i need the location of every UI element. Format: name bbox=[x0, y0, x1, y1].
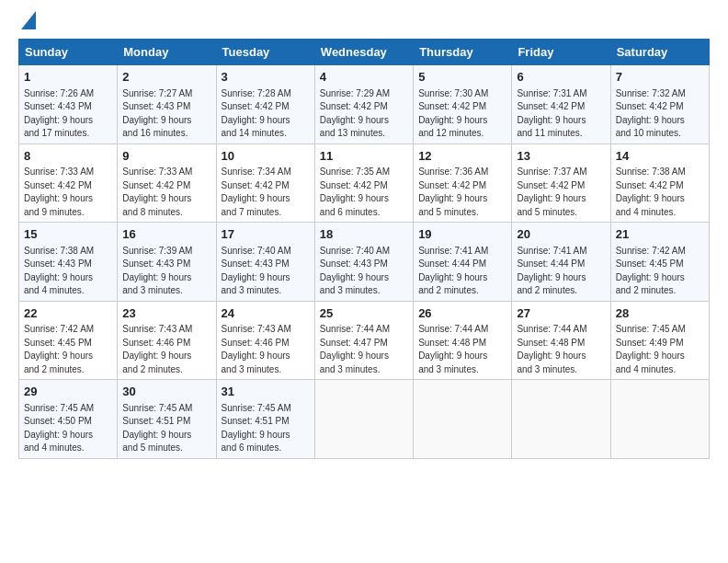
week-row-1: 1Sunrise: 7:26 AM Sunset: 4:43 PM Daylig… bbox=[19, 65, 710, 144]
col-header-sunday: Sunday bbox=[19, 40, 118, 65]
header bbox=[18, 15, 710, 29]
calendar-cell: 20Sunrise: 7:41 AM Sunset: 4:44 PM Dayli… bbox=[512, 223, 610, 302]
calendar-cell: 29Sunrise: 7:45 AM Sunset: 4:50 PM Dayli… bbox=[19, 380, 118, 459]
day-number: 17 bbox=[222, 226, 310, 243]
calendar-cell: 7Sunrise: 7:32 AM Sunset: 4:42 PM Daylig… bbox=[610, 65, 709, 144]
calendar-cell: 19Sunrise: 7:41 AM Sunset: 4:44 PM Dayli… bbox=[414, 223, 512, 302]
day-info: Sunrise: 7:33 AM Sunset: 4:42 PM Dayligh… bbox=[122, 167, 192, 217]
calendar-cell bbox=[512, 380, 610, 459]
day-info: Sunrise: 7:45 AM Sunset: 4:51 PM Dayligh… bbox=[222, 403, 291, 454]
day-number: 11 bbox=[320, 148, 408, 165]
calendar-table: SundayMondayTuesdayWednesdayThursdayFrid… bbox=[18, 39, 710, 459]
day-number: 13 bbox=[517, 148, 605, 165]
day-info: Sunrise: 7:45 AM Sunset: 4:49 PM Dayligh… bbox=[616, 324, 686, 374]
calendar-cell: 21Sunrise: 7:42 AM Sunset: 4:45 PM Dayli… bbox=[610, 223, 709, 302]
day-info: Sunrise: 7:37 AM Sunset: 4:42 PM Dayligh… bbox=[517, 167, 586, 217]
day-number: 31 bbox=[222, 384, 310, 400]
day-info: Sunrise: 7:40 AM Sunset: 4:43 PM Dayligh… bbox=[320, 246, 390, 296]
calendar-cell: 8Sunrise: 7:33 AM Sunset: 4:42 PM Daylig… bbox=[19, 144, 118, 223]
day-number: 23 bbox=[122, 305, 210, 322]
day-info: Sunrise: 7:42 AM Sunset: 4:45 PM Dayligh… bbox=[616, 246, 686, 296]
calendar-cell: 13Sunrise: 7:37 AM Sunset: 4:42 PM Dayli… bbox=[512, 144, 610, 223]
day-number: 24 bbox=[222, 305, 310, 322]
col-header-friday: Friday bbox=[512, 40, 610, 65]
day-info: Sunrise: 7:44 AM Sunset: 4:47 PM Dayligh… bbox=[320, 324, 390, 374]
day-info: Sunrise: 7:43 AM Sunset: 4:46 PM Dayligh… bbox=[122, 324, 192, 374]
calendar-cell: 16Sunrise: 7:39 AM Sunset: 4:43 PM Dayli… bbox=[118, 223, 216, 302]
day-info: Sunrise: 7:40 AM Sunset: 4:43 PM Dayligh… bbox=[222, 246, 291, 296]
day-info: Sunrise: 7:41 AM Sunset: 4:44 PM Dayligh… bbox=[517, 246, 586, 296]
day-number: 7 bbox=[616, 69, 704, 86]
day-number: 27 bbox=[517, 305, 605, 322]
logo bbox=[18, 15, 36, 29]
calendar-cell: 25Sunrise: 7:44 AM Sunset: 4:47 PM Dayli… bbox=[314, 301, 413, 380]
day-number: 26 bbox=[418, 305, 506, 322]
calendar-cell: 18Sunrise: 7:40 AM Sunset: 4:43 PM Dayli… bbox=[314, 223, 413, 302]
logo-triangle-icon bbox=[21, 11, 36, 29]
week-row-4: 22Sunrise: 7:42 AM Sunset: 4:45 PM Dayli… bbox=[19, 301, 710, 380]
day-info: Sunrise: 7:43 AM Sunset: 4:46 PM Dayligh… bbox=[222, 324, 291, 374]
calendar-cell: 22Sunrise: 7:42 AM Sunset: 4:45 PM Dayli… bbox=[19, 301, 118, 380]
calendar-cell: 9Sunrise: 7:33 AM Sunset: 4:42 PM Daylig… bbox=[118, 144, 216, 223]
day-info: Sunrise: 7:45 AM Sunset: 4:50 PM Dayligh… bbox=[24, 403, 94, 454]
day-info: Sunrise: 7:41 AM Sunset: 4:44 PM Dayligh… bbox=[418, 246, 488, 296]
day-number: 6 bbox=[517, 69, 605, 86]
calendar-cell bbox=[610, 380, 709, 459]
col-header-monday: Monday bbox=[118, 40, 216, 65]
day-info: Sunrise: 7:27 AM Sunset: 4:43 PM Dayligh… bbox=[122, 88, 192, 139]
svg-marker-0 bbox=[21, 11, 36, 29]
day-number: 21 bbox=[616, 226, 704, 243]
calendar-cell: 6Sunrise: 7:31 AM Sunset: 4:42 PM Daylig… bbox=[512, 65, 610, 144]
calendar-cell bbox=[414, 380, 512, 459]
day-number: 14 bbox=[616, 148, 704, 165]
calendar-cell: 27Sunrise: 7:44 AM Sunset: 4:48 PM Dayli… bbox=[512, 301, 610, 380]
day-info: Sunrise: 7:36 AM Sunset: 4:42 PM Dayligh… bbox=[418, 167, 488, 217]
col-header-thursday: Thursday bbox=[414, 40, 512, 65]
week-row-2: 8Sunrise: 7:33 AM Sunset: 4:42 PM Daylig… bbox=[19, 144, 710, 223]
day-info: Sunrise: 7:28 AM Sunset: 4:42 PM Dayligh… bbox=[222, 88, 291, 139]
calendar-cell: 15Sunrise: 7:38 AM Sunset: 4:43 PM Dayli… bbox=[19, 223, 118, 302]
day-number: 18 bbox=[320, 226, 408, 243]
calendar-cell: 23Sunrise: 7:43 AM Sunset: 4:46 PM Dayli… bbox=[118, 301, 216, 380]
calendar-cell: 30Sunrise: 7:45 AM Sunset: 4:51 PM Dayli… bbox=[118, 380, 216, 459]
day-info: Sunrise: 7:29 AM Sunset: 4:42 PM Dayligh… bbox=[320, 88, 390, 139]
day-number: 30 bbox=[122, 384, 210, 400]
day-info: Sunrise: 7:39 AM Sunset: 4:43 PM Dayligh… bbox=[122, 246, 192, 296]
day-number: 5 bbox=[418, 69, 506, 86]
day-number: 29 bbox=[24, 384, 112, 400]
day-number: 9 bbox=[122, 148, 210, 165]
calendar-cell: 3Sunrise: 7:28 AM Sunset: 4:42 PM Daylig… bbox=[216, 65, 314, 144]
day-number: 2 bbox=[122, 69, 210, 86]
day-number: 12 bbox=[418, 148, 506, 165]
day-info: Sunrise: 7:31 AM Sunset: 4:42 PM Dayligh… bbox=[517, 88, 586, 139]
calendar-cell: 10Sunrise: 7:34 AM Sunset: 4:42 PM Dayli… bbox=[216, 144, 314, 223]
calendar-cell: 31Sunrise: 7:45 AM Sunset: 4:51 PM Dayli… bbox=[216, 380, 314, 459]
day-number: 20 bbox=[517, 226, 605, 243]
week-row-5: 29Sunrise: 7:45 AM Sunset: 4:50 PM Dayli… bbox=[19, 380, 710, 459]
day-number: 19 bbox=[418, 226, 506, 243]
calendar-header: SundayMondayTuesdayWednesdayThursdayFrid… bbox=[19, 40, 710, 65]
calendar-cell: 1Sunrise: 7:26 AM Sunset: 4:43 PM Daylig… bbox=[19, 65, 118, 144]
day-number: 10 bbox=[222, 148, 310, 165]
day-info: Sunrise: 7:32 AM Sunset: 4:42 PM Dayligh… bbox=[616, 88, 686, 139]
day-info: Sunrise: 7:30 AM Sunset: 4:42 PM Dayligh… bbox=[418, 88, 488, 139]
calendar-cell: 5Sunrise: 7:30 AM Sunset: 4:42 PM Daylig… bbox=[414, 65, 512, 144]
day-number: 1 bbox=[24, 69, 112, 86]
day-info: Sunrise: 7:34 AM Sunset: 4:42 PM Dayligh… bbox=[222, 167, 291, 217]
calendar-cell: 11Sunrise: 7:35 AM Sunset: 4:42 PM Dayli… bbox=[314, 144, 413, 223]
calendar-cell: 2Sunrise: 7:27 AM Sunset: 4:43 PM Daylig… bbox=[118, 65, 216, 144]
day-number: 15 bbox=[24, 226, 112, 243]
page: SundayMondayTuesdayWednesdayThursdayFrid… bbox=[0, 0, 728, 468]
day-number: 3 bbox=[222, 69, 310, 86]
day-info: Sunrise: 7:42 AM Sunset: 4:45 PM Dayligh… bbox=[24, 324, 94, 374]
calendar-cell: 24Sunrise: 7:43 AM Sunset: 4:46 PM Dayli… bbox=[216, 301, 314, 380]
day-info: Sunrise: 7:38 AM Sunset: 4:43 PM Dayligh… bbox=[24, 246, 94, 296]
calendar-cell: 4Sunrise: 7:29 AM Sunset: 4:42 PM Daylig… bbox=[314, 65, 413, 144]
calendar-cell: 28Sunrise: 7:45 AM Sunset: 4:49 PM Dayli… bbox=[610, 301, 709, 380]
col-header-wednesday: Wednesday bbox=[314, 40, 413, 65]
calendar-cell: 17Sunrise: 7:40 AM Sunset: 4:43 PM Dayli… bbox=[216, 223, 314, 302]
day-info: Sunrise: 7:44 AM Sunset: 4:48 PM Dayligh… bbox=[517, 324, 586, 374]
day-info: Sunrise: 7:26 AM Sunset: 4:43 PM Dayligh… bbox=[24, 88, 94, 139]
col-header-saturday: Saturday bbox=[610, 40, 709, 65]
day-info: Sunrise: 7:45 AM Sunset: 4:51 PM Dayligh… bbox=[122, 403, 192, 454]
